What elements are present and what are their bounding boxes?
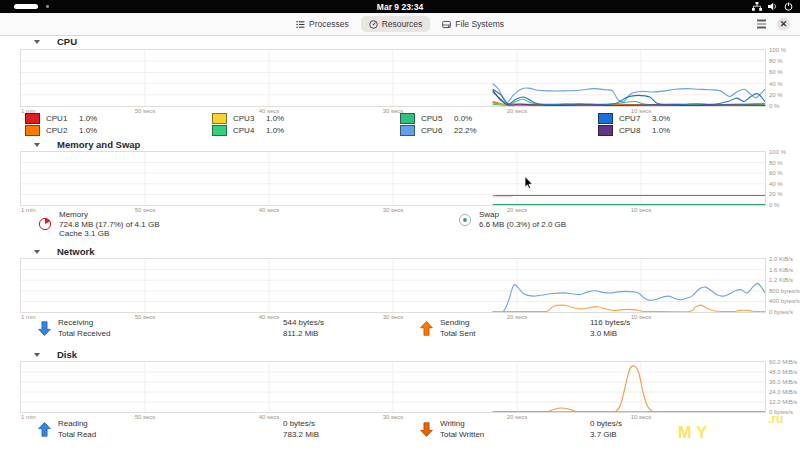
header-bar: Processes Resources File Systems xyxy=(0,13,800,36)
total-sent-value: 3.0 MiB xyxy=(590,329,630,340)
disk-section-header[interactable]: Disk xyxy=(34,349,77,360)
color-swatch-icon xyxy=(598,125,613,136)
y-axis-label: 60.0 MiB/s xyxy=(769,359,797,365)
cpu-section: CPU 100 %80 %60 %40 %20 %0 % 1 min50 sec… xyxy=(0,36,800,138)
cpu-legend-item: CPU11.0% xyxy=(25,113,212,125)
color-swatch-icon xyxy=(25,113,40,124)
y-axis-label: 40 % xyxy=(769,181,783,187)
sending-up-arrow-icon xyxy=(420,321,433,336)
view-switcher: Processes Resources File Systems xyxy=(288,16,512,32)
workspace-dot xyxy=(46,5,49,8)
x-axis-label: 10 secs xyxy=(631,314,652,320)
cpu-name: CPU6 xyxy=(421,126,454,135)
cpu-legend-item: CPU41.0% xyxy=(212,125,400,137)
tab-processes[interactable]: Processes xyxy=(288,16,357,32)
processes-list-icon xyxy=(296,20,305,29)
tab-processes-label: Processes xyxy=(309,19,349,29)
total-received-label: Total Received xyxy=(58,329,283,340)
x-axis-label: 40 secs xyxy=(259,207,280,213)
memory-label: Memory xyxy=(59,210,160,220)
y-axis-label: 1.6 KiB/s xyxy=(769,267,793,273)
color-swatch-icon xyxy=(25,125,40,136)
memory-section-header[interactable]: Memory and Swap xyxy=(34,139,140,150)
memory-usage-value: 724.8 MB (17.7%) of 4.1 GB xyxy=(59,220,160,230)
color-swatch-icon xyxy=(212,125,227,136)
close-icon[interactable]: ✕ xyxy=(777,18,790,31)
cpu-usage-value: 0.0% xyxy=(454,114,472,123)
expander-triangle-icon xyxy=(34,40,40,44)
writing-down-arrow-icon xyxy=(420,422,433,437)
y-axis-label: 2.0 KiB/s xyxy=(769,256,793,262)
cpu-section-header[interactable]: CPU xyxy=(34,36,77,47)
network-section-header[interactable]: Network xyxy=(34,246,94,257)
y-axis-label: 800 bytes/s xyxy=(769,288,800,294)
y-axis-label: 80 % xyxy=(769,160,783,166)
section-title: CPU xyxy=(57,36,77,47)
receiving-rate: 544 bytes/s xyxy=(283,318,324,329)
volume-icon xyxy=(768,2,778,11)
menu-icon[interactable] xyxy=(757,20,766,28)
cpu-legend-item: CPU50.0% xyxy=(400,113,598,125)
cpu-legend-item: CPU31.0% xyxy=(212,113,400,125)
chart-line xyxy=(493,366,765,412)
cpu-legend-item: CPU21.0% xyxy=(25,125,212,137)
y-axis-label: 60 % xyxy=(769,69,783,75)
y-axis-label: 40 % xyxy=(769,81,783,87)
cpu-name: CPU1 xyxy=(46,114,79,123)
cpu-name: CPU2 xyxy=(46,126,79,135)
activities-pill[interactable] xyxy=(14,4,38,9)
x-axis-label: 10 secs xyxy=(631,207,652,213)
x-axis-label: 10 secs xyxy=(631,414,652,420)
total-sent-label: Total Sent xyxy=(440,329,590,340)
memory-legend-entry: Memory 724.8 MB (17.7%) of 4.1 GB Cache … xyxy=(38,210,160,239)
cpu-legend-item: CPU73.0% xyxy=(598,113,758,125)
y-axis-label: 400 bytes/s xyxy=(769,298,800,304)
swap-usage-value: 6.6 MB (0.3%) of 2.0 GB xyxy=(479,220,566,230)
cpu-name: CPU7 xyxy=(619,114,652,123)
cpu-usage-value: 22.2% xyxy=(454,126,477,135)
color-swatch-icon xyxy=(212,113,227,124)
cpu-name: CPU8 xyxy=(619,126,652,135)
memory-section: Memory and Swap 100 %80 %60 %40 %20 %0 %… xyxy=(0,139,800,246)
y-axis-label: 48.0 MiB/s xyxy=(769,369,797,375)
power-icon xyxy=(784,2,793,11)
receiving-label: Receiving xyxy=(58,318,283,329)
memory-pie-icon xyxy=(38,217,52,231)
cpu-usage-value: 1.0% xyxy=(79,126,97,135)
clock[interactable]: Mar 9 23:34 xyxy=(377,2,423,12)
cpu-usage-value: 1.0% xyxy=(652,126,670,135)
y-axis-label: 36.0 MiB/s xyxy=(769,379,797,385)
y-axis-label: 12.0 MiB/s xyxy=(769,399,797,405)
sending-rate: 116 bytes/s xyxy=(590,318,630,329)
cpu-name: CPU3 xyxy=(233,114,266,123)
x-axis-label: 30 secs xyxy=(383,414,404,420)
cpu-legend-item: CPU622.2% xyxy=(400,125,598,137)
y-axis-label: 24.0 MiB/s xyxy=(769,389,797,395)
cpu-usage-value: 3.0% xyxy=(652,114,670,123)
cpu-usage-value: 1.0% xyxy=(266,126,284,135)
window-controls: ✕ xyxy=(757,18,790,31)
total-written-label: Total Written xyxy=(440,430,590,441)
total-read-label: Total Read xyxy=(58,430,283,441)
file-systems-drive-icon xyxy=(442,20,451,29)
system-status-area[interactable] xyxy=(752,0,793,13)
memory-cache-value: Cache 3.1 GB xyxy=(59,229,160,239)
sending-label: Sending xyxy=(440,318,590,329)
tab-file-systems-label: File Systems xyxy=(455,19,504,29)
tab-file-systems[interactable]: File Systems xyxy=(434,16,512,32)
writing-label: Writing xyxy=(440,419,590,430)
cpu-chart: 100 %80 %60 %40 %20 %0 % 1 min50 secs40 … xyxy=(20,49,766,107)
x-axis-label: 1 min xyxy=(21,414,36,420)
sending-legend-entry: Sending 116 bytes/s Total Sent 3.0 MiB xyxy=(420,318,630,339)
x-axis-label: 30 secs xyxy=(383,314,404,320)
tab-resources[interactable]: Resources xyxy=(361,16,431,32)
y-axis-label: 80 % xyxy=(769,58,783,64)
total-read-value: 783.2 MiB xyxy=(283,430,319,441)
cpu-name: CPU5 xyxy=(421,114,454,123)
watermark-text: .ru xyxy=(768,412,783,426)
section-title: Network xyxy=(57,246,94,257)
reading-legend-entry: Reading 0 bytes/s Total Read 783.2 MiB xyxy=(38,419,319,440)
swap-legend-entry: Swap 6.6 MB (0.3%) of 2.0 GB xyxy=(458,210,566,229)
resources-speedometer-icon xyxy=(369,20,378,29)
swap-pie-icon xyxy=(458,213,472,227)
